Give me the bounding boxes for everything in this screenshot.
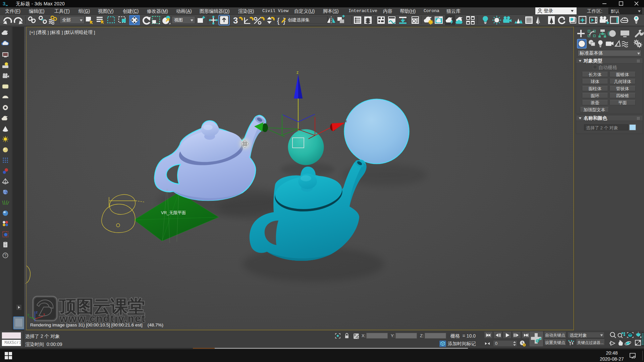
- svg-text:y: y: [28, 313, 29, 316]
- svg-text:{: {: [277, 16, 279, 25]
- svg-text:Rendering image (pass 31) [00:: Rendering image (pass 31) [00:00:10.5] […: [30, 322, 163, 327]
- svg-text:z: z: [297, 70, 299, 75]
- svg-text:x: x: [345, 119, 347, 123]
- svg-text:z: z: [36, 310, 38, 314]
- svg-text:3: 3: [3, 1, 5, 6]
- svg-text:[+] [透视 ] [标准 ] [默认明暗处理 ]: [+] [透视 ] [标准 ] [默认明暗处理 ]: [30, 30, 95, 35]
- svg-text:?: ?: [4, 253, 6, 257]
- svg-text:x: x: [43, 312, 45, 316]
- svg-text:3: 3: [233, 15, 238, 25]
